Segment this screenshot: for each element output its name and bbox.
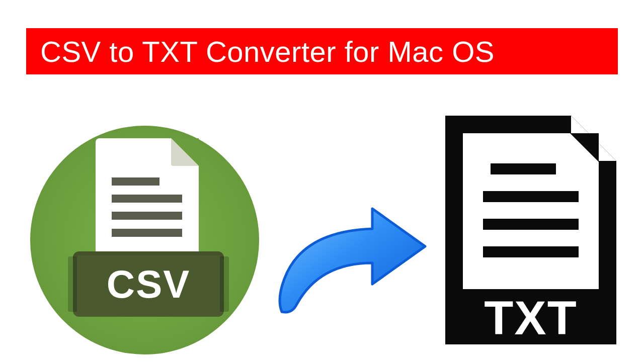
title-banner: CSV to TXT Converter for Mac OS bbox=[26, 28, 618, 74]
csv-line bbox=[112, 195, 182, 203]
svg-rect-2 bbox=[483, 191, 579, 202]
csv-label-band: CSV bbox=[73, 251, 224, 317]
svg-rect-1 bbox=[491, 163, 556, 174]
txt-label-text: TXT bbox=[484, 291, 577, 344]
txt-file-icon: TXT bbox=[435, 111, 626, 349]
csv-line bbox=[112, 229, 182, 237]
csv-line bbox=[112, 212, 182, 220]
csv-label-text: CSV bbox=[107, 261, 190, 307]
csv-file-icon: CSV bbox=[28, 113, 264, 357]
csv-document-shape bbox=[96, 138, 199, 269]
svg-rect-4 bbox=[483, 246, 579, 257]
arrow-icon bbox=[274, 204, 430, 314]
csv-text-lines bbox=[112, 177, 182, 246]
svg-rect-3 bbox=[483, 219, 579, 230]
conversion-diagram: CSV TXT bbox=[0, 106, 644, 362]
csv-line bbox=[112, 177, 159, 186]
svg-rect-0 bbox=[463, 133, 599, 289]
title-text: CSV to TXT Converter for Mac OS bbox=[40, 35, 495, 68]
